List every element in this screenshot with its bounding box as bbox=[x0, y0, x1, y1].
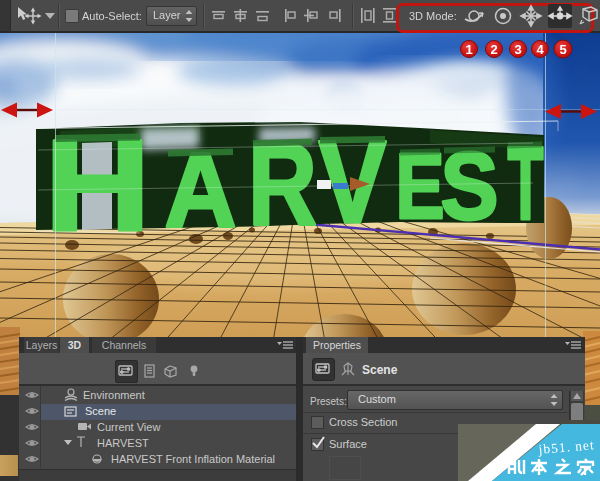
svg-text:HARVEST: HARVEST bbox=[97, 437, 149, 449]
svg-text:Scene: Scene bbox=[85, 405, 116, 417]
svg-text:1: 1 bbox=[465, 42, 472, 57]
svg-text:2: 2 bbox=[490, 42, 497, 57]
svg-text:3: 3 bbox=[514, 42, 521, 57]
svg-text:Current View: Current View bbox=[97, 421, 160, 433]
svg-text:HARVEST Front Inflation Materi: HARVEST Front Inflation Material bbox=[111, 453, 275, 465]
svg-text:4: 4 bbox=[536, 42, 544, 57]
svg-text:Environment: Environment bbox=[83, 389, 145, 401]
svg-text:5: 5 bbox=[559, 42, 566, 57]
